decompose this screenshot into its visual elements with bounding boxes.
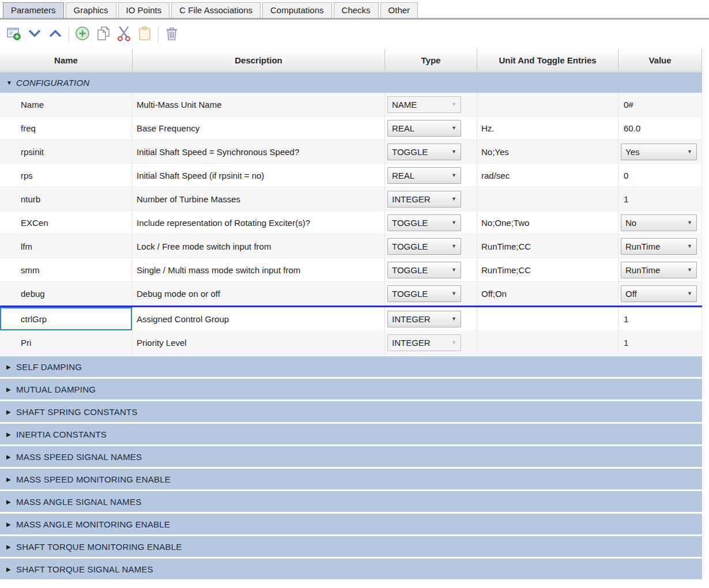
param-value-cell[interactable]: 1 ▼: [619, 331, 702, 354]
param-description-cell[interactable]: Multi-Mass Unit Name: [133, 93, 385, 116]
section-header-row[interactable]: ▶ MASS ANGLE MONITORING ENABLE: [0, 514, 702, 534]
param-unit-cell[interactable]: [477, 331, 619, 354]
param-unit-cell[interactable]: Off;On: [477, 282, 619, 305]
type-dropdown[interactable]: INTEGER ▼: [387, 191, 461, 208]
chevron-down-icon: ▼: [687, 267, 692, 273]
section-label: MUTUAL DAMPING: [16, 385, 96, 394]
param-description-cell[interactable]: Single / Multi mass mode switch input fr…: [133, 258, 385, 281]
param-value-cell[interactable]: 0 ▼: [619, 164, 702, 187]
param-name-cell[interactable]: lfm: [0, 235, 133, 258]
section-header-row[interactable]: ▶ MUTUAL DAMPING: [0, 379, 702, 399]
param-unit-cell[interactable]: RunTime;CC: [477, 235, 619, 258]
type-dropdown[interactable]: INTEGER ▼: [387, 334, 461, 351]
value-dropdown[interactable]: No ▼: [621, 214, 697, 231]
param-name-cell[interactable]: ctrlGrp: [0, 307, 133, 330]
tab[interactable]: Checks: [334, 2, 379, 18]
param-value: 1: [621, 314, 628, 324]
param-value-cell[interactable]: Off ▼: [619, 282, 702, 305]
tab[interactable]: IO Points: [118, 2, 170, 18]
param-value-cell[interactable]: Yes ▼: [619, 140, 702, 163]
type-dropdown[interactable]: TOGGLE ▼: [387, 144, 461, 160]
section-label: MASS SPEED SIGNAL NAMES: [16, 452, 142, 462]
param-value-cell[interactable]: 0# ▼: [619, 93, 702, 116]
type-dropdown[interactable]: TOGGLE ▼: [387, 262, 461, 278]
parameter-row: ctrlGrp Assigned Control Group INTEGER ▼…: [0, 306, 702, 331]
column-header-unit-toggle[interactable]: Unit And Toggle Entries: [477, 49, 619, 71]
cut-button[interactable]: [114, 25, 134, 44]
param-unit-cell[interactable]: [477, 93, 619, 116]
param-value-cell[interactable]: No ▼: [619, 211, 702, 234]
param-description-cell[interactable]: Priority Level: [133, 331, 385, 354]
section-header-row[interactable]: ▶ SELF DAMPING: [0, 356, 702, 377]
param-description-cell[interactable]: Include representation of Rotating Excit…: [133, 211, 385, 234]
param-unit-cell[interactable]: Hz.: [477, 116, 619, 140]
type-dropdown[interactable]: REAL ▼: [387, 120, 461, 137]
column-header-description[interactable]: Description: [133, 49, 385, 71]
value-dropdown[interactable]: Off ▼: [621, 285, 697, 302]
param-name-cell[interactable]: debug: [0, 282, 133, 305]
section-header-row[interactable]: ▶ SHAFT TORQUE MONITORING ENABLE: [0, 536, 702, 557]
type-dropdown[interactable]: INTEGER ▼: [387, 311, 461, 327]
param-description-cell[interactable]: Number of Turbine Masses: [133, 187, 385, 210]
section-header-row[interactable]: ▶ SHAFT SPRING CONSTANTS: [0, 401, 702, 422]
column-header-value[interactable]: Value: [619, 49, 702, 71]
section-header-row[interactable]: ▶ INERTIA CONSTANTS: [0, 424, 702, 444]
value-dropdown[interactable]: RunTime ▼: [621, 262, 697, 278]
move-down-button[interactable]: [24, 25, 45, 44]
paste-button[interactable]: [134, 25, 155, 44]
param-name-cell[interactable]: rpsinit: [0, 140, 133, 163]
section-header-row[interactable]: ▼ CONFIGURATION: [0, 72, 702, 93]
param-name-cell[interactable]: rps: [0, 164, 133, 187]
param-description-cell[interactable]: Base Frequency: [133, 116, 385, 140]
type-dropdown[interactable]: TOGGLE ▼: [387, 285, 461, 302]
value-dropdown[interactable]: RunTime ▼: [621, 238, 697, 255]
param-description-cell[interactable]: Initial Shaft Speed = Synchronous Speed?: [133, 140, 385, 163]
section-header-row[interactable]: ▶ SHAFT TORQUE SIGNAL NAMES: [0, 559, 702, 579]
delete-button[interactable]: [161, 25, 182, 44]
add-button[interactable]: [72, 25, 93, 44]
move-up-button[interactable]: [45, 25, 66, 44]
param-description-cell[interactable]: Initial Shaft Speed (if rpsinit = no): [133, 164, 385, 187]
copy-button[interactable]: [93, 25, 114, 44]
tab[interactable]: Parameters: [3, 2, 64, 18]
param-name-cell[interactable]: Name: [0, 93, 133, 116]
param-name-cell[interactable]: EXCen: [0, 211, 133, 234]
type-dropdown[interactable]: TOGGLE ▼: [387, 238, 461, 255]
section-header-row[interactable]: ▶ MASS SPEED MONITORING ENABLE: [0, 469, 702, 489]
tab[interactable]: Computations: [262, 2, 332, 18]
param-name-cell[interactable]: Pri: [0, 331, 133, 354]
tab[interactable]: Graphics: [66, 2, 116, 18]
value-dropdown[interactable]: Yes ▼: [621, 144, 697, 160]
section-header-row[interactable]: ▶ MASS SPEED SIGNAL NAMES: [0, 446, 702, 467]
param-description-cell[interactable]: Debug mode on or off: [133, 282, 385, 305]
column-header-type[interactable]: Type: [385, 49, 477, 71]
toolbar-separator: [69, 27, 69, 43]
column-header-name[interactable]: Name: [0, 49, 133, 71]
param-value-cell[interactable]: RunTime ▼: [619, 258, 702, 281]
param-description-cell[interactable]: Assigned Control Group: [133, 307, 385, 330]
type-dropdown[interactable]: NAME ▼: [387, 96, 461, 113]
param-name-cell[interactable]: smm: [0, 258, 133, 281]
param-unit-cell[interactable]: [477, 307, 619, 330]
param-unit-cell[interactable]: No;Yes: [477, 140, 619, 163]
param-value-cell[interactable]: 60.0 ▼: [619, 116, 702, 140]
param-value-cell[interactable]: 1 ▼: [619, 187, 702, 210]
param-unit-cell[interactable]: No;One;Two: [477, 211, 619, 234]
type-dropdown[interactable]: REAL ▼: [387, 167, 461, 184]
param-unit-cell[interactable]: rad/sec: [477, 164, 619, 187]
type-dropdown[interactable]: TOGGLE ▼: [387, 214, 461, 231]
param-name-cell[interactable]: freq: [0, 116, 133, 140]
new-parameter-form-button[interactable]: [3, 25, 24, 44]
param-value-cell[interactable]: 1 ▼: [619, 307, 702, 330]
param-name: ctrlGrp: [21, 314, 47, 324]
param-description-cell[interactable]: Lock / Free mode switch input from: [133, 235, 385, 258]
param-unit-cell[interactable]: RunTime;CC: [477, 258, 619, 281]
param-type-cell: INTEGER ▼: [385, 307, 477, 330]
param-unit-cell[interactable]: [477, 187, 619, 210]
section-header-row[interactable]: ▶ MASS ANGLE SIGNAL NAMES: [0, 491, 702, 512]
param-value-cell[interactable]: RunTime ▼: [619, 235, 702, 258]
tab[interactable]: C File Associations: [171, 2, 261, 18]
param-name-cell[interactable]: nturb: [0, 187, 133, 210]
type-dropdown-value: TOGGLE: [392, 242, 428, 251]
tab[interactable]: Other: [380, 2, 418, 18]
